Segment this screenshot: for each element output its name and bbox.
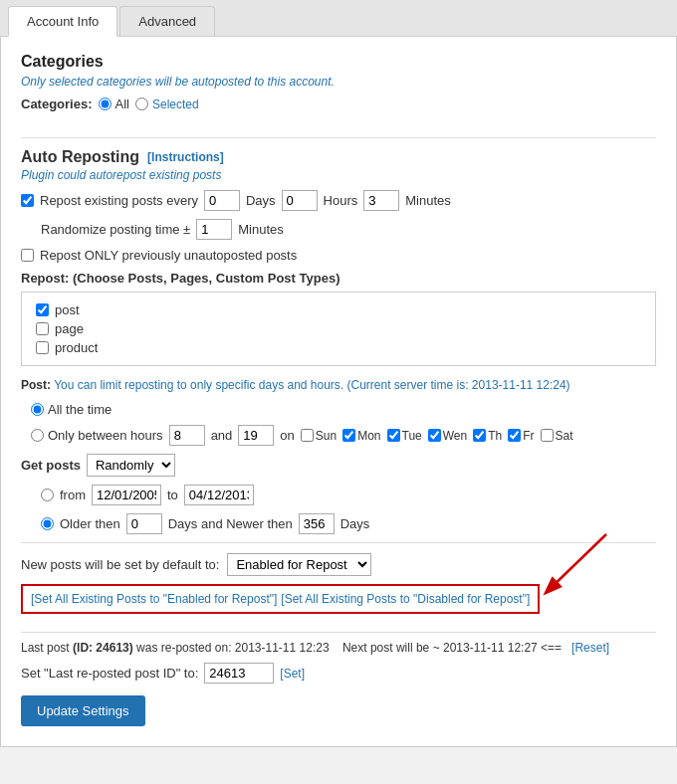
divider-1 — [21, 137, 656, 138]
from-radio[interactable] — [41, 489, 54, 501]
repost-every-label: Repost existing posts every — [40, 193, 198, 208]
wen-checkbox[interactable] — [428, 429, 441, 442]
set-last-reposted-row: Set "Last re-posted post ID" to: [Set] — [21, 663, 656, 684]
last-post-row: Last post (ID: 24613) was re-posted on: … — [21, 641, 656, 655]
repost-page-checkbox[interactable] — [36, 322, 49, 335]
set-label: Set "Last re-posted post ID" to: — [21, 666, 198, 681]
categories-selected-option[interactable]: Selected — [135, 98, 199, 111]
all-time-option[interactable]: All the time — [31, 402, 112, 417]
new-posts-label: New posts will be set by default to: — [21, 557, 219, 572]
sun-checkbox[interactable] — [301, 429, 314, 442]
date-range-row: from to — [41, 485, 656, 505]
randomize-row: Randomize posting time ± Minutes — [41, 219, 656, 240]
categories-all-option[interactable]: All — [99, 97, 129, 111]
tab-bar: Account Info Advanced — [0, 0, 677, 37]
categories-selected-radio[interactable] — [135, 98, 148, 110]
instructions-link[interactable]: [Instructions] — [147, 150, 224, 164]
from-date-input[interactable] — [92, 485, 161, 505]
mon-label: Mon — [357, 429, 380, 443]
older-input[interactable] — [126, 513, 162, 534]
repost-post-option[interactable]: post — [36, 302, 641, 317]
divider-2 — [21, 542, 656, 543]
tab-account-info[interactable]: Account Info — [8, 6, 117, 37]
from-hour-input[interactable] — [169, 425, 205, 446]
tue-checkbox[interactable] — [387, 429, 400, 442]
post-timing-prefix: Post: — [21, 378, 51, 392]
sun-label: Sun — [316, 429, 337, 443]
to-hour-input[interactable] — [238, 425, 274, 446]
repost-every-row: Repost existing posts every Days Hours M… — [21, 190, 656, 211]
repost-product-checkbox[interactable] — [36, 341, 49, 354]
mon-checkbox[interactable] — [342, 429, 355, 442]
categories-subtitle: Only selected categories will be autopos… — [21, 75, 656, 89]
sat-checkbox[interactable] — [541, 429, 554, 442]
repost-minutes-input[interactable] — [363, 190, 399, 211]
randomize-input[interactable] — [196, 219, 232, 240]
all-time-radio[interactable] — [31, 403, 44, 416]
set-disabled-link[interactable]: [Set All Existing Posts to "Disabled for… — [281, 592, 530, 606]
tab-advanced[interactable]: Advanced — [119, 6, 215, 36]
auto-repost-section: Auto Reposting [Instructions] Plugin cou… — [21, 148, 656, 684]
categories-section: Categories Only selected categories will… — [21, 53, 656, 127]
older-radio-option[interactable] — [41, 517, 54, 530]
post-timing-note: Post: You can limit reposting to only sp… — [21, 378, 656, 392]
between-hours-option[interactable]: Only between hours — [31, 428, 163, 443]
older-radio[interactable] — [41, 517, 54, 530]
set-action-link[interactable]: [Set] — [280, 667, 305, 681]
days-label: Days — [246, 193, 276, 208]
all-time-label: All the time — [48, 402, 112, 417]
repost-product-label: product — [55, 340, 98, 355]
to-date-input[interactable] — [184, 485, 254, 505]
categories-label: Categories: — [21, 97, 93, 111]
set-last-post-id-input[interactable] — [204, 663, 274, 684]
randomize-unit: Minutes — [238, 222, 284, 237]
th-checkbox[interactable] — [473, 429, 486, 442]
tue-day-option[interactable]: Tue — [387, 429, 422, 443]
sun-day-option[interactable]: Sun — [301, 429, 337, 443]
set-all-posts-box: [Set All Existing Posts to "Enabled for … — [21, 584, 540, 614]
last-post-id: (ID: 24613) — [73, 641, 133, 655]
minutes-label: Minutes — [405, 193, 451, 208]
repost-days-input[interactable] — [204, 190, 240, 211]
get-posts-row: Get posts Randomly In Order Random — [21, 454, 656, 477]
categories-all-radio[interactable] — [99, 98, 112, 110]
next-post-prefix: Next post will be ~ — [342, 641, 440, 655]
all-time-row: All the time — [31, 402, 656, 417]
mon-day-option[interactable]: Mon — [342, 429, 380, 443]
fr-checkbox[interactable] — [508, 429, 521, 442]
auto-repost-title-row: Auto Reposting [Instructions] — [21, 148, 656, 166]
th-day-option[interactable]: Th — [473, 429, 502, 443]
last-post-prefix: Last post — [21, 641, 70, 655]
between-hours-radio[interactable] — [31, 429, 44, 442]
repost-page-option[interactable]: page — [36, 321, 641, 336]
repost-choose-section: Repost: (Choose Posts, Pages, Custom Pos… — [21, 271, 656, 366]
update-settings-button[interactable]: Update Settings — [21, 695, 145, 726]
randomize-label: Randomize posting time ± — [41, 222, 190, 237]
page-wrapper: Account Info Advanced Categories Only se… — [0, 0, 677, 784]
repost-every-checkbox[interactable] — [21, 194, 34, 207]
hours-label: Hours — [324, 193, 358, 208]
repost-choose-box: post page product — [21, 292, 656, 366]
new-posts-dropdown[interactable]: Enabled for Repost Disabled for Repost — [227, 553, 371, 576]
auto-repost-subtitle: Plugin could autorepost existing posts — [21, 168, 656, 182]
to-label: to — [167, 488, 178, 502]
divider-3 — [21, 632, 656, 633]
on-label: on — [280, 428, 294, 443]
newer-input[interactable] — [299, 513, 335, 534]
repost-hours-input[interactable] — [282, 190, 318, 211]
repost-post-checkbox[interactable] — [36, 303, 49, 316]
from-radio-option[interactable] — [41, 489, 54, 501]
sat-day-option[interactable]: Sat — [541, 429, 573, 443]
reset-link[interactable]: [Reset] — [571, 641, 609, 655]
repost-post-label: post — [55, 302, 80, 317]
fr-day-option[interactable]: Fr — [508, 429, 534, 443]
categories-row: Categories: All Selected — [21, 97, 656, 111]
get-posts-dropdown[interactable]: Randomly In Order Random — [87, 454, 175, 477]
set-enabled-link[interactable]: [Set All Existing Posts to "Enabled for … — [31, 592, 277, 606]
older-newer-row: Older then Days and Newer then Days — [41, 513, 656, 534]
wen-day-option[interactable]: Wen — [428, 429, 467, 443]
repost-only-checkbox[interactable] — [21, 249, 34, 262]
tue-label: Tue — [402, 429, 422, 443]
and-label: and — [211, 428, 233, 443]
repost-product-option[interactable]: product — [36, 340, 641, 355]
